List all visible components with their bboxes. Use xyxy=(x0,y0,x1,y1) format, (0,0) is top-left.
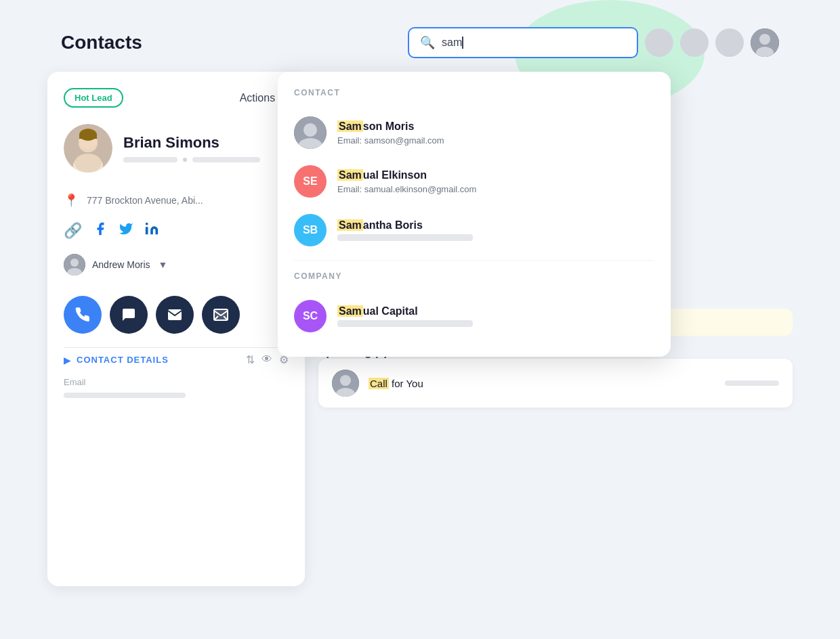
user-avatar[interactable] xyxy=(751,28,779,57)
avatar-circle-1 xyxy=(645,28,673,57)
header: Contacts 🔍 sam xyxy=(47,27,793,72)
address-text: 777 Brockton Avenue, Abi... xyxy=(87,195,203,206)
samantha-name: Samantha Boris xyxy=(337,219,654,232)
samantha-info: Samantha Boris xyxy=(337,219,654,241)
samantha-highlight: Sam xyxy=(337,219,363,231)
company-section-label: COMPANY xyxy=(294,271,654,281)
result-samantha[interactable]: SB Samantha Boris xyxy=(294,206,654,255)
right-side: CONTACT Samson Moris Email: samson@gmail… xyxy=(318,72,793,586)
profile-dot xyxy=(183,158,187,162)
search-wrapper: 🔍 sam xyxy=(408,27,638,58)
action-buttons xyxy=(64,296,289,334)
content-area: Hot Lead Actions ▼ xyxy=(47,72,793,586)
cd-chevron-icon[interactable]: ▶ xyxy=(64,355,71,366)
svg-point-11 xyxy=(146,223,148,225)
twitter-icon[interactable] xyxy=(119,221,133,240)
upcoming-bar xyxy=(725,380,779,386)
contact-info: 📍 777 Brockton Avenue, Abi... 🔗 xyxy=(64,186,289,282)
samual-info: Samual Elkinson Email: samual.elkinson@g… xyxy=(337,169,654,194)
search-box[interactable]: 🔍 sam xyxy=(408,27,638,58)
email-bar xyxy=(64,393,186,398)
svg-rect-10 xyxy=(79,135,97,139)
result-avatar-samson xyxy=(294,116,327,149)
svg-point-13 xyxy=(70,259,79,267)
svg-point-1 xyxy=(759,34,770,45)
hot-lead-badge: Hot Lead xyxy=(64,88,123,108)
sc-name: Samual Capital xyxy=(337,305,654,317)
email-button[interactable] xyxy=(156,296,194,334)
avatar-circle-2 xyxy=(680,28,709,57)
search-icon: 🔍 xyxy=(420,35,435,50)
result-sc[interactable]: SC Samual Capital xyxy=(294,292,654,340)
assigned-chevron-icon[interactable]: ▼ xyxy=(159,259,168,270)
samual-highlight: Sam xyxy=(337,169,363,181)
profile-avatar-svg xyxy=(64,124,112,173)
upcoming-card[interactable]: Call for You xyxy=(318,359,793,407)
phone-button[interactable] xyxy=(64,296,102,334)
page-title: Contacts xyxy=(61,32,142,53)
social-row: 🔗 xyxy=(64,215,289,247)
samual-name: Samual Elkinson xyxy=(337,169,654,181)
user-avatar-svg xyxy=(751,28,779,57)
upcoming-call-text: Call for You xyxy=(369,378,423,389)
search-dropdown: CONTACT Samson Moris Email: samson@gmail… xyxy=(278,72,671,357)
samantha-bar xyxy=(337,234,473,241)
result-samual[interactable]: SE Samual Elkinson Email: samual.elkinso… xyxy=(294,157,654,206)
profile-bar-2 xyxy=(192,157,260,162)
upcoming-avatar-svg xyxy=(332,370,359,397)
profile-bar-1 xyxy=(123,157,177,162)
search-value: sam xyxy=(442,37,463,49)
samson-name: Samson Moris xyxy=(337,120,654,133)
email-label: Email xyxy=(64,377,289,387)
chat-button[interactable] xyxy=(110,296,148,334)
samson-avatar-svg xyxy=(294,116,327,149)
profile-bars xyxy=(123,157,289,162)
profile-avatar xyxy=(64,124,112,173)
contact-details-header: ▶ CONTACT DETAILS ⇅ 👁 ⚙ xyxy=(64,353,289,366)
samson-email: Email: samson@gmail.com xyxy=(337,135,654,146)
call-highlight: Call xyxy=(369,378,389,389)
link-icon[interactable]: 🔗 xyxy=(64,222,82,240)
location-icon: 📍 xyxy=(64,193,79,208)
assigned-avatar-svg xyxy=(64,254,85,276)
facebook-icon[interactable] xyxy=(93,221,108,240)
contact-details-title: CONTACT DETAILS xyxy=(77,355,169,365)
email-alt-button[interactable] xyxy=(202,296,240,334)
divider xyxy=(64,347,289,348)
actions-label: Actions xyxy=(240,92,275,104)
linkedin-icon[interactable] xyxy=(144,221,159,240)
assigned-name: Andrew Moris xyxy=(92,259,150,270)
samson-highlight: Sam xyxy=(337,120,363,132)
result-avatar-sb: SB xyxy=(294,214,327,246)
eye-icon[interactable]: 👁 xyxy=(261,353,272,366)
samson-info: Samson Moris Email: samson@gmail.com xyxy=(337,120,654,146)
address-row: 📍 777 Brockton Avenue, Abi... xyxy=(64,186,289,215)
filter-icon[interactable]: ⇅ xyxy=(246,353,255,366)
cd-icons: ⇅ 👁 ⚙ xyxy=(246,353,289,366)
samual-email: Email: samual.elkinson@gmail.com xyxy=(337,184,654,194)
card-top: Hot Lead Actions ▼ xyxy=(64,88,289,108)
header-right: 🔍 sam xyxy=(408,27,779,58)
contact-section-label: CONTACT xyxy=(294,88,654,97)
result-avatar-sc: SC xyxy=(294,300,327,332)
sc-highlight: Sam xyxy=(337,305,363,317)
assigned-row: Andrew Moris ▼ xyxy=(64,247,289,282)
sc-info: Samual Capital xyxy=(337,305,654,327)
result-samson[interactable]: Samson Moris Email: samson@gmail.com xyxy=(294,108,654,157)
sc-bar xyxy=(337,320,473,327)
result-avatar-se: SE xyxy=(294,165,327,198)
avatar-circle-3 xyxy=(715,28,744,57)
svg-point-8 xyxy=(75,154,102,173)
svg-point-19 xyxy=(303,123,317,137)
assigned-avatar xyxy=(64,254,85,276)
profile-info: Brian Simons xyxy=(123,134,289,162)
profile-section: Brian Simons xyxy=(64,124,289,173)
section-divider xyxy=(294,260,654,261)
upcoming-avatar xyxy=(332,370,359,397)
svg-point-22 xyxy=(340,375,351,386)
profile-name: Brian Simons xyxy=(123,134,289,152)
contact-card: Hot Lead Actions ▼ xyxy=(47,72,305,586)
